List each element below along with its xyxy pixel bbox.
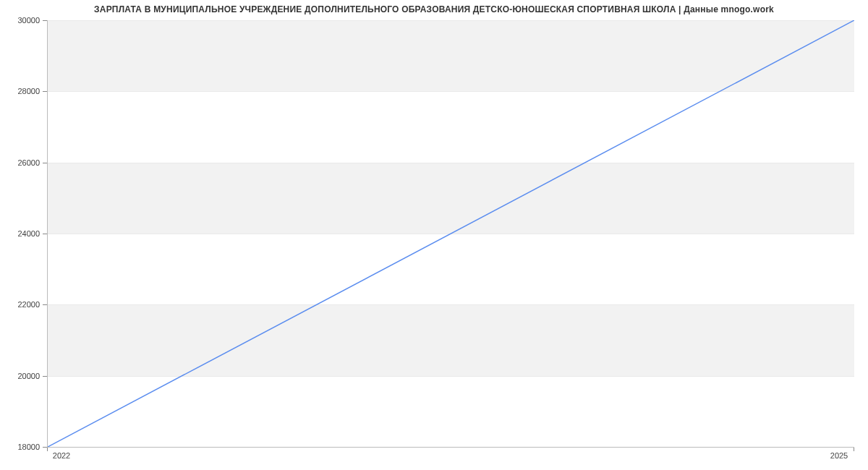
line-series: [48, 20, 854, 447]
x-tick-label: 2025: [830, 451, 848, 460]
y-tick-label: 22000: [0, 300, 40, 309]
chart-title: ЗАРПЛАТА В МУНИЦИПАЛЬНОЕ УЧРЕЖДЕНИЕ ДОПО…: [0, 4, 868, 14]
y-tick-label: 20000: [0, 372, 40, 380]
y-tick-label: 24000: [0, 229, 40, 238]
y-tick-label: 30000: [0, 16, 40, 25]
y-tick-label: 18000: [0, 443, 40, 451]
y-tick-label: 28000: [0, 87, 40, 95]
salary-line-chart: ЗАРПЛАТА В МУНИЦИПАЛЬНОЕ УЧРЕЖДЕНИЕ ДОПО…: [0, 0, 868, 470]
y-tick-label: 26000: [0, 158, 40, 167]
x-tick-label: 2022: [53, 451, 70, 460]
plot-area: [47, 20, 854, 448]
